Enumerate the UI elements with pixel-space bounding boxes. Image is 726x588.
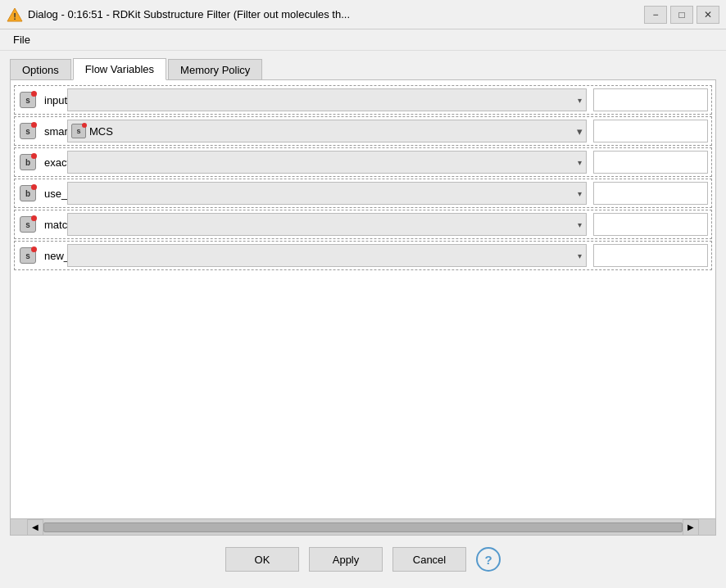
dropdown-select[interactable] (67, 182, 587, 205)
var-icon-b: b (20, 185, 36, 201)
tabs: Options Flow Variables Memory Policy (10, 57, 716, 79)
ok-button[interactable]: OK (225, 547, 299, 572)
title-bar-controls: − □ ✕ (644, 6, 719, 24)
dropdown-inner-icon: s (71, 124, 86, 138)
row-icon-cell: sinput_column (15, 88, 64, 113)
svg-text:!: ! (13, 11, 16, 20)
row-icon-cell: bexact_match (15, 150, 64, 175)
horizontal-scrollbar[interactable]: ◀ ▶ (11, 518, 715, 535)
maximize-button[interactable]: □ (670, 6, 693, 24)
table-row: ssmarts_valuesMCS▾ (14, 116, 712, 146)
scroll-right-arrow[interactable]: ▶ (683, 519, 699, 536)
dropdown-select[interactable] (67, 213, 587, 236)
var-icon-s: s (20, 92, 36, 108)
menu-item-file[interactable]: File (7, 32, 37, 47)
dropdown-with-icon[interactable]: sMCS▾ (67, 120, 587, 142)
apply-button[interactable]: Apply (309, 547, 383, 572)
row-text-input[interactable] (593, 213, 708, 236)
help-button[interactable]: ? (476, 547, 501, 572)
dropdown-select[interactable] (67, 88, 587, 111)
row-text-input[interactable] (593, 120, 708, 142)
tab-flow-variables[interactable]: Flow Variables (73, 58, 166, 80)
warning-icon: ! (7, 7, 23, 23)
row-text-input[interactable] (593, 88, 708, 111)
flow-variables-table: sinput_column▾ssmarts_valuesMCS▾bexact_m… (11, 80, 715, 518)
bottom-buttons: OK Apply Cancel ? (10, 536, 716, 578)
row-icon-cell: smatch_handling (15, 212, 64, 237)
table-row: bexact_match▾ (14, 147, 712, 177)
row-icon-cell: ssmarts_value (15, 119, 64, 144)
row-dropdown-container: ▾ (67, 88, 587, 111)
tab-options[interactable]: Options (10, 59, 71, 80)
minimize-button[interactable]: − (644, 6, 667, 24)
var-icon-s: s (20, 247, 36, 264)
table-row: buse_chirality▾ (14, 179, 712, 208)
row-icon-cell: snew_match_column (15, 243, 64, 269)
dropdown-value: MCS (89, 125, 577, 138)
row-text-input[interactable] (593, 151, 708, 174)
row-dropdown-container: ▾ (67, 151, 587, 174)
scroll-thumb[interactable] (43, 522, 683, 532)
table-row: snew_match_column▾ (14, 241, 712, 270)
dropdown-select[interactable] (67, 244, 587, 267)
row-dropdown-container: ▾ (67, 182, 587, 205)
chevron-down-icon: ▾ (577, 125, 583, 138)
row-text-input[interactable] (593, 182, 708, 205)
dropdown-select[interactable] (67, 151, 587, 174)
content-panel: sinput_column▾ssmarts_valuesMCS▾bexact_m… (10, 79, 716, 536)
table-row: smatch_handling▾ (14, 210, 712, 239)
tab-memory-policy[interactable]: Memory Policy (168, 59, 262, 80)
menu-bar: File (0, 29, 726, 51)
title-bar: ! Dialog - 0:16:51 - RDKit Substructure … (0, 0, 726, 29)
var-icon-s: s (20, 216, 36, 233)
row-dropdown-container: sMCS▾ (67, 120, 587, 142)
row-text-input[interactable] (593, 244, 708, 267)
title-bar-text: Dialog - 0:16:51 - RDKit Substructure Fi… (28, 8, 644, 20)
var-icon-s: s (20, 123, 36, 139)
cancel-button[interactable]: Cancel (392, 547, 466, 572)
var-icon-b: b (20, 154, 36, 170)
dialog-body: Options Flow Variables Memory Policy sin… (0, 51, 726, 588)
close-button[interactable]: ✕ (697, 6, 719, 24)
row-dropdown-container: ▾ (67, 244, 587, 267)
row-dropdown-container: ▾ (67, 213, 587, 236)
row-icon-cell: buse_chirality (15, 181, 64, 206)
scroll-left-arrow[interactable]: ◀ (27, 519, 43, 536)
table-row: sinput_column▾ (14, 85, 712, 115)
